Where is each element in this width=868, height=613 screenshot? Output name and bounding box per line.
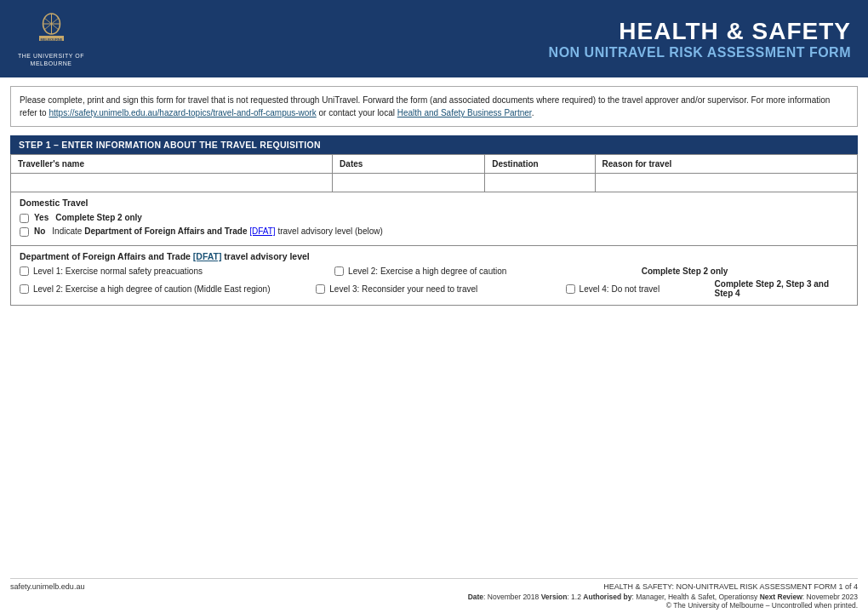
reason-cell[interactable]	[595, 174, 857, 192]
dfat-level4-label: Level 4: Do not travel	[580, 284, 660, 294]
dfat-row-1: Level 1: Exercise normal safety preacuat…	[20, 266, 848, 276]
safety-link[interactable]: https://safety.unimelb.edu.au/hazard-top…	[49, 108, 316, 117]
dfat-level4-checkbox[interactable]	[566, 284, 575, 294]
info-box: Please complete, print and sign this for…	[10, 86, 858, 127]
col-header-reason: Reason for travel	[595, 155, 857, 174]
dfat-level3-label: Level 3: Reconsider your need to travel	[329, 284, 477, 294]
info-text-between: or contact your local	[317, 108, 397, 117]
destination-cell[interactable]	[485, 174, 595, 192]
domestic-no-row: No Indicate Department of Foreign Affair…	[20, 226, 848, 237]
dfat-level1-label: Level 1: Exercise normal safety preacuat…	[33, 266, 203, 276]
header-title-block: HEALTH & SAFETY NON UNITRAVEL RISK ASSES…	[102, 18, 851, 60]
footer-line2: Date: November 2018 Version: 1.2 Authori…	[10, 593, 858, 610]
footer-form-ref: HEALTH & SAFETY: NON-UNITRAVEL RISK ASSE…	[603, 582, 858, 591]
traveller-name-cell[interactable]	[11, 174, 333, 192]
footer-copyright: © The University of Melbourne – Uncontro…	[666, 601, 858, 610]
traveller-info-table: Traveller's name Dates Destination Reaso…	[10, 154, 858, 192]
dfat-link-domestic[interactable]: [DFAT]	[249, 226, 275, 236]
footer-website: safety.unimelb.edu.au	[10, 582, 84, 591]
step1-header: STEP 1 – ENTER INFORMATION ABOUT THE TRA…	[10, 135, 858, 154]
page-footer: safety.unimelb.edu.au HEALTH & SAFETY: N…	[0, 573, 868, 613]
dfat-row-2: Level 2: Exercise a high degree of cauti…	[20, 279, 848, 298]
dfat-level2a-label: Level 2: Exercise a high degree of cauti…	[348, 266, 506, 276]
domestic-yes-row: Yes Complete Step 2 only	[20, 213, 848, 223]
dfat-section: Department of Foreign Affairs and Trade …	[10, 246, 858, 306]
page-header: MELBOURNE THE UNIVERSITY OF MELBOURNE HE…	[0, 0, 868, 77]
svg-text:MELBOURNE: MELBOURNE	[40, 37, 62, 42]
col-header-dates: Dates	[333, 155, 485, 174]
domestic-yes-desc: Complete Step 2 only	[55, 213, 142, 222]
dfat-level2b-item: Level 2: Exercise a high degree of cauti…	[20, 284, 316, 294]
info-text-after: .	[532, 108, 534, 117]
dfat-title: Department of Foreign Affairs and Trade …	[20, 251, 848, 261]
complete-step234-label: Complete Step 2, Step 3 and Step 4	[715, 279, 848, 298]
complete-step2-label: Complete Step 2 only	[642, 266, 728, 276]
domestic-yes-label: Yes	[34, 213, 49, 222]
col-header-name: Traveller's name	[11, 155, 333, 174]
university-logo: MELBOURNE THE UNIVERSITY OF MELBOURNE	[17, 10, 85, 67]
logo-text: THE UNIVERSITY OF MELBOURNE	[18, 52, 84, 67]
dfat-level3-item: Level 3: Reconsider your need to travel	[316, 284, 565, 294]
domestic-no-label: No	[34, 226, 45, 236]
dfat-level4-item: Level 4: Do not travel	[566, 284, 706, 294]
dfat-level1-checkbox[interactable]	[20, 266, 29, 276]
crest-icon: MELBOURNE	[32, 10, 71, 49]
dfat-level1-item: Level 1: Exercise normal safety preacuat…	[20, 266, 334, 276]
col-header-destination: Destination	[485, 155, 595, 174]
dfat-level2a-item: Level 2: Exercise a high degree of cauti…	[334, 266, 633, 276]
footer-date-label: Date	[468, 593, 483, 601]
partner-link[interactable]: Health and Safety Business Partner	[397, 108, 532, 117]
domestic-title: Domestic Travel	[20, 198, 848, 208]
footer-version-label: Version	[541, 593, 568, 601]
dfat-level2b-checkbox[interactable]	[20, 284, 29, 294]
domestic-no-desc: Indicate Department of Foreign Affairs a…	[52, 226, 382, 236]
dfat-level2a-checkbox[interactable]	[334, 266, 344, 276]
form-title-sub: NON UNITRAVEL RISK ASSESSMENT FORM	[102, 45, 851, 60]
dates-cell[interactable]	[333, 174, 485, 192]
footer-next-review-label: Next Review	[760, 593, 802, 601]
domestic-no-checkbox[interactable]	[20, 227, 29, 237]
footer-line1: safety.unimelb.edu.au HEALTH & SAFETY: N…	[10, 578, 858, 591]
form-title-main: HEALTH & SAFETY	[102, 18, 851, 45]
dfat-level3-checkbox[interactable]	[316, 284, 325, 294]
dfat-title-link[interactable]: [DFAT]	[193, 251, 222, 261]
footer-authorised-label: Authorised by	[583, 593, 631, 601]
domestic-travel-section: Domestic Travel Yes Complete Step 2 only…	[10, 192, 858, 246]
dfat-level2b-label: Level 2: Exercise a high degree of cauti…	[33, 284, 271, 294]
domestic-yes-checkbox[interactable]	[20, 214, 29, 223]
